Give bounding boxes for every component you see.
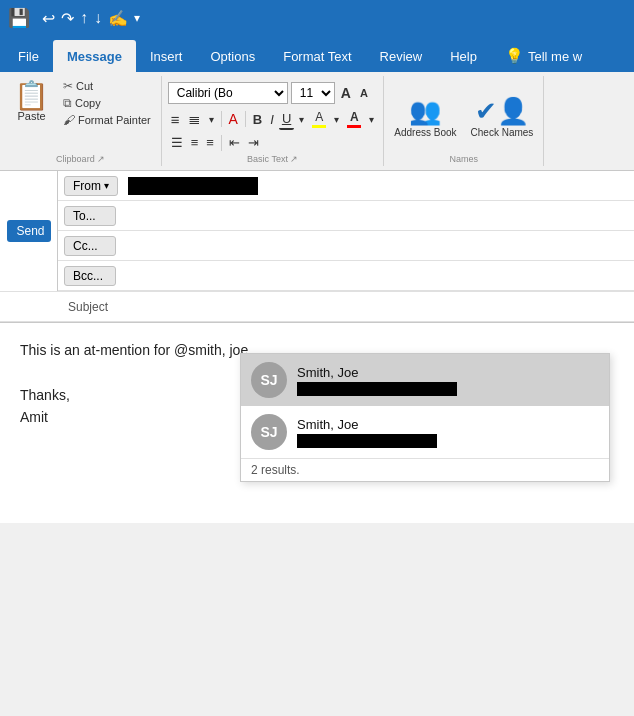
redo-icon[interactable]: ↷ xyxy=(61,9,74,28)
numbered-list-button[interactable]: ≣ xyxy=(185,108,204,130)
underline-button[interactable]: U xyxy=(279,109,294,130)
clipboard-label: Clipboard ↗ xyxy=(56,152,105,164)
from-value xyxy=(128,177,258,195)
email-body[interactable]: This is an at-mention for @smith, joe Th… xyxy=(0,323,634,523)
autocomplete-info-1: Smith, Joe xyxy=(297,365,457,396)
subject-input[interactable] xyxy=(118,297,634,316)
format-painter-button[interactable]: 🖌 Format Painter xyxy=(59,112,155,128)
down-icon[interactable]: ↓ xyxy=(94,9,102,27)
ribbon: 📋 Paste ✂ Cut ⧉ Copy 🖌 Format Painter C xyxy=(0,72,634,171)
subject-label: Subject xyxy=(58,298,118,316)
autocomplete-item-1[interactable]: SJ Smith, Joe xyxy=(241,354,609,406)
italic-button[interactable]: I xyxy=(267,110,277,129)
align-right-button[interactable]: ≡ xyxy=(203,133,217,152)
subject-row: Subject xyxy=(0,292,634,322)
bcc-input[interactable] xyxy=(122,266,634,285)
basic-text-group: Calibri (Bo 11 A A ≡ ≣ ▾ A B I U ▾ xyxy=(162,76,385,166)
avatar-1: SJ xyxy=(251,362,287,398)
align-center-button[interactable]: ≡ xyxy=(188,133,202,152)
clear-format-button[interactable]: A xyxy=(226,109,241,129)
avatar-2: SJ xyxy=(251,414,287,450)
autocomplete-name-2: Smith, Joe xyxy=(297,417,437,432)
underline-dropdown[interactable]: ▾ xyxy=(296,112,307,127)
increase-indent-button[interactable]: ⇥ xyxy=(245,133,262,152)
tab-help[interactable]: Help xyxy=(436,40,491,72)
autocomplete-item-2[interactable]: SJ Smith, Joe xyxy=(241,406,609,458)
bold-button[interactable]: B xyxy=(250,110,265,129)
autocomplete-email-2 xyxy=(297,434,437,448)
check-names-button[interactable]: ✔👤 Check Names xyxy=(467,92,538,143)
align-left-button[interactable]: ☰ xyxy=(168,133,186,152)
up-icon[interactable]: ↑ xyxy=(80,9,88,27)
send-button[interactable]: Send xyxy=(7,220,51,242)
address-book-button[interactable]: 👥 Address Book xyxy=(390,92,460,143)
cc-input[interactable] xyxy=(122,236,634,255)
highlight-dropdown[interactable]: ▾ xyxy=(331,112,342,127)
bcc-button[interactable]: Bcc... xyxy=(64,266,116,286)
ribbon-tabs: File Message Insert Options Format Text … xyxy=(0,36,634,72)
font-color-dropdown[interactable]: ▾ xyxy=(366,112,377,127)
send-col: Send xyxy=(0,171,58,291)
basic-text-label: Basic Text ↗ xyxy=(247,152,298,164)
tab-insert[interactable]: Insert xyxy=(136,40,197,72)
email-form: Send From ▾ To... Cc... xyxy=(0,171,634,323)
paste-button[interactable]: 📋 Paste xyxy=(6,78,57,126)
list-dropdown[interactable]: ▾ xyxy=(206,112,217,127)
cc-button[interactable]: Cc... xyxy=(64,236,116,256)
tab-review[interactable]: Review xyxy=(366,40,437,72)
grow-font-button[interactable]: A xyxy=(338,83,354,103)
title-bar: 💾 ↩ ↷ ↑ ↓ ✍ ▾ xyxy=(0,0,634,36)
signature-icon[interactable]: ✍ xyxy=(108,9,128,28)
autocomplete-info-2: Smith, Joe xyxy=(297,417,437,448)
tab-message[interactable]: Message xyxy=(53,40,136,72)
highlight-button[interactable]: A xyxy=(309,108,329,130)
shrink-font-button[interactable]: A xyxy=(357,85,371,101)
autocomplete-name-1: Smith, Joe xyxy=(297,365,457,380)
autocomplete-footer: 2 results. xyxy=(241,458,609,481)
to-button[interactable]: To... xyxy=(64,206,116,226)
autocomplete-email-1 xyxy=(297,382,457,396)
tab-format-text[interactable]: Format Text xyxy=(269,40,365,72)
decrease-indent-button[interactable]: ⇤ xyxy=(226,133,243,152)
clipboard-expand-icon[interactable]: ↗ xyxy=(97,154,105,164)
save-icon[interactable]: 💾 xyxy=(8,7,30,29)
clipboard-group: 📋 Paste ✂ Cut ⧉ Copy 🖌 Format Painter C xyxy=(0,76,162,166)
autocomplete-dropdown: SJ Smith, Joe SJ Smith, Joe 2 results. xyxy=(240,353,610,482)
from-button[interactable]: From ▾ xyxy=(64,176,118,196)
font-name-select[interactable]: Calibri (Bo xyxy=(168,82,288,104)
names-group: 👥 Address Book ✔👤 Check Names Names xyxy=(384,76,544,166)
tab-tell-me[interactable]: 💡 Tell me w xyxy=(491,40,596,72)
copy-button[interactable]: ⧉ Copy xyxy=(59,95,155,111)
tab-options[interactable]: Options xyxy=(196,40,269,72)
from-row: Send From ▾ To... Cc... xyxy=(0,171,634,292)
basic-text-expand-icon[interactable]: ↗ xyxy=(290,154,298,164)
names-label: Names xyxy=(450,152,479,164)
more-icon[interactable]: ▾ xyxy=(134,11,140,25)
font-color-button[interactable]: A xyxy=(344,108,364,130)
tab-file[interactable]: File xyxy=(4,40,53,72)
font-size-select[interactable]: 11 xyxy=(291,82,335,104)
cut-button[interactable]: ✂ Cut xyxy=(59,78,155,94)
bullet-list-button[interactable]: ≡ xyxy=(168,109,183,130)
to-input[interactable] xyxy=(122,206,634,225)
undo-icon[interactable]: ↩ xyxy=(42,9,55,28)
